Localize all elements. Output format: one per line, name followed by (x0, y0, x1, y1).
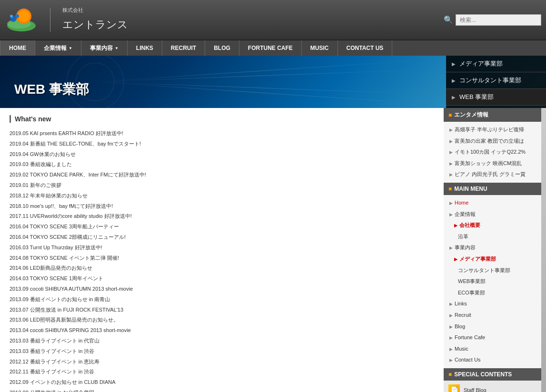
entame-menu: ▶高畑享子 半年ぶりテレビ復帰▶富美加の出家 教団での立場は▶イモト100カ国 … (444, 122, 541, 183)
news-item[interactable]: 2012.12 番組ライブイベント in 恵比寿 (10, 357, 434, 367)
sidebar-inner: ■ エンタメ情報 ▶高畑享子 半年ぶりテレビ復帰▶富美加の出家 教団での立場は▶… (444, 108, 546, 392)
nav-music[interactable]: MUSIC (302, 40, 338, 56)
news-item[interactable]: 2019.02 TOKYO DANCE PARK、Inter FMにて好評放送中… (10, 170, 434, 180)
staff-blog-icon: 📄 (448, 384, 460, 392)
special-contents-section: ■ SPECIAL CONTENTS 📄 Staff Blog (444, 368, 541, 392)
main-menu-item[interactable]: ▶Fortune Cafe (444, 332, 541, 343)
entame-bullet: ■ (448, 112, 452, 118)
news-item[interactable]: 2016.04 TOKYO SCENE 3周年船上パーティー (10, 222, 434, 232)
main-menu-item[interactable]: コンサルタント事業部 (444, 265, 541, 276)
main-menu-item[interactable]: ▶メディア事業部 (444, 254, 541, 265)
news-item[interactable]: 2017.11 UVERworldのcore ability studio 好評… (10, 211, 434, 222)
special-bullet: ■ (448, 371, 452, 378)
news-list: 2019.05 KAI prsents EARTH RADIO 好評放送中!20… (10, 128, 434, 392)
nav-recruit[interactable]: RECRUIT (162, 40, 205, 56)
search-icon: 🔍 (444, 15, 453, 24)
news-item[interactable]: 2019.01 新年のご挨拶 (10, 180, 434, 191)
logo-main: エントランス (62, 15, 128, 34)
nav-links[interactable]: LINKS (128, 40, 162, 56)
main-menu-item[interactable]: ▶Blog (444, 321, 541, 333)
main-menu-item[interactable]: ECO事業部 (444, 287, 541, 299)
svg-line-11 (95, 82, 419, 103)
entame-item[interactable]: ▶ピアノ 内田光子氏 グラミー賞 (444, 169, 541, 180)
entame-item[interactable]: ▶富美加ショック 映画CM混乱 (444, 158, 541, 169)
search-area: 🔍 (444, 14, 541, 26)
main-menu-item[interactable]: ▶会社概要 (444, 220, 541, 231)
header: 株式会社 エントランス 🔍 (0, 0, 546, 40)
news-item[interactable]: 2013.09 cocoti SHIBUYA AUTUMN 2013 short… (10, 284, 434, 294)
sidebar: ■ エンタメ情報 ▶高畑享子 半年ぶりテレビ復帰▶富美加の出家 教団での立場は▶… (444, 108, 546, 392)
news-item[interactable]: 2013.04 cocoti SHIBUYA SPRING 2013 short… (10, 325, 434, 336)
whats-new-title: What's new (10, 115, 434, 123)
content-area: What's new 2019.05 KAI prsents EARTH RAD… (0, 108, 444, 392)
entame-title: ■ エンタメ情報 (444, 108, 541, 122)
nav-blog[interactable]: BLOG (205, 40, 239, 56)
news-item[interactable]: 2018.12 年末年始休業のお知らせ (10, 191, 434, 201)
news-item[interactable]: 2012.08 公開生放送 in お台場合衆国 (10, 388, 434, 392)
main-menu-item[interactable]: 沿革 (444, 231, 541, 243)
main-menu-item[interactable]: ▶Contact Us (444, 354, 541, 366)
main-menu-section: ■ MAIN MENU ▶Home▶企業情報▶会社概要沿革▶事業内容▶メディア事… (444, 183, 541, 368)
entame-item[interactable]: ▶高畑享子 半年ぶりテレビ復帰 (444, 124, 541, 136)
entame-item[interactable]: ▶富美加の出家 教団での立場は (444, 136, 541, 147)
news-item[interactable]: 2019.03 番組改編しました (10, 159, 434, 170)
hero-title: WEB 事業部 (14, 80, 89, 98)
news-item[interactable]: 2016.04 TOKYO SCENE 2部構成にリニューアル! (10, 232, 434, 243)
news-item[interactable]: 2012.11 番組ライブイベント in 渋谷 (10, 367, 434, 377)
dropdown-eco[interactable]: ▶ECO 事業部 (446, 106, 546, 108)
entame-item[interactable]: ▶イモト100カ国 イッテQ22.2% (444, 147, 541, 158)
search-input[interactable] (456, 14, 541, 26)
nav-fortune[interactable]: FORTUNE CAFE (239, 40, 302, 56)
entame-section: ■ エンタメ情報 ▶高畑享子 半年ぶりテレビ復帰▶富美加の出家 教団での立場は▶… (444, 108, 541, 183)
svg-line-7 (95, 60, 419, 82)
staff-blog-label: Staff Blog (464, 387, 486, 392)
main-menu-title: ■ MAIN MENU (444, 183, 541, 195)
hero-area: WEB 事業部 ▶メディア事業部 ▶コンサルタント事業部 ▶WEB 事業部 ▶E… (0, 56, 546, 108)
dropdown-consultant[interactable]: ▶コンサルタント事業部 (446, 72, 546, 89)
sidebar-scrollbar[interactable] (541, 108, 546, 392)
dropdown-web[interactable]: ▶WEB 事業部 (446, 89, 546, 106)
nav-kigyo[interactable]: 企業情報▼ (35, 40, 81, 56)
news-item[interactable]: 2016.03 Turnt Up Thurzday 好評放送中! (10, 243, 434, 253)
news-item[interactable]: 2013.03 番組ライブイベント in 渋谷 (10, 346, 434, 357)
main-menu-item[interactable]: ▶Recruit (444, 310, 541, 321)
news-item[interactable]: 2013.09 番組イベントのお知らせ in 南青山 (10, 294, 434, 305)
main-menu-item[interactable]: ▶Music (444, 343, 541, 355)
news-item[interactable]: 2019.04 新番組 THE SELEC-TONE、bay fmでスタート! (10, 139, 434, 149)
main-menu-bullet: ■ (448, 186, 452, 192)
svg-point-5 (15, 14, 19, 18)
nav-jigyou[interactable]: 事業内容▼ (81, 40, 128, 56)
logo-area: 株式会社 エントランス (5, 6, 128, 34)
main-menu: ▶Home▶企業情報▶会社概要沿革▶事業内容▶メディア事業部コンサルタント事業部… (444, 195, 541, 368)
nav-home[interactable]: HOME (0, 40, 35, 56)
logo-sub: 株式会社 (62, 6, 128, 15)
sidebar-content: ■ エンタメ情報 ▶高畑享子 半年ぶりテレビ復帰▶富美加の出家 教団での立場は▶… (444, 108, 541, 392)
news-item[interactable]: 2013.03 番組ライブイベント in 代官山 (10, 336, 434, 346)
main-menu-item[interactable]: ▶事業内容 (444, 242, 541, 254)
news-item[interactable]: 2014.03 TOKYO SCENE 1周年イベント (10, 274, 434, 284)
staff-blog-item[interactable]: 📄 Staff Blog (444, 381, 541, 392)
news-item[interactable]: 2013.07 公開生放送 in FUJI ROCK FESTIVAL'13 (10, 305, 434, 315)
svg-line-8 (95, 70, 419, 82)
news-item[interactable]: 2018.10 moe's up!!、bay fMにて好評放送中! (10, 201, 434, 212)
main-menu-item[interactable]: ▶Links (444, 298, 541, 310)
news-item[interactable]: 2019.04 GW休業のお知らせ (10, 149, 434, 160)
hero-dropdown: ▶メディア事業部 ▶コンサルタント事業部 ▶WEB 事業部 ▶ECO 事業部 (446, 56, 546, 108)
main-menu-item[interactable]: WEB事業部 (444, 276, 541, 287)
news-item[interactable]: 2014.06 LED新商品発売のお知らせ (10, 263, 434, 274)
logo-icon (5, 6, 38, 34)
main-nav: HOME 企業情報▼ 事業内容▼ LINKS RECRUIT BLOG FORT… (0, 40, 546, 56)
logo-divider (50, 8, 50, 32)
main-menu-item[interactable]: ▶企業情報 (444, 209, 541, 220)
main-menu-item[interactable]: ▶Home (444, 197, 541, 209)
news-item[interactable]: 2014.08 TOKYO SCENE イベント第二弾 開催! (10, 253, 434, 264)
special-contents-title: ■ SPECIAL CONTENTS (444, 368, 541, 381)
main-wrapper: What's new 2019.05 KAI prsents EARTH RAD… (0, 108, 546, 392)
news-item[interactable]: 2019.05 KAI prsents EARTH RADIO 好評放送中! (10, 128, 434, 139)
dropdown-media[interactable]: ▶メディア事業部 (446, 56, 546, 72)
svg-line-10 (95, 82, 419, 94)
nav-contact[interactable]: CONTACT US (338, 40, 393, 56)
news-item[interactable]: 2013.06 LED照明器具新製品発売のお知らせ。 (10, 315, 434, 325)
news-item[interactable]: 2012.09 イベントのお知らせ in CLUB DIANA (10, 377, 434, 388)
svg-point-6 (10, 15, 13, 18)
